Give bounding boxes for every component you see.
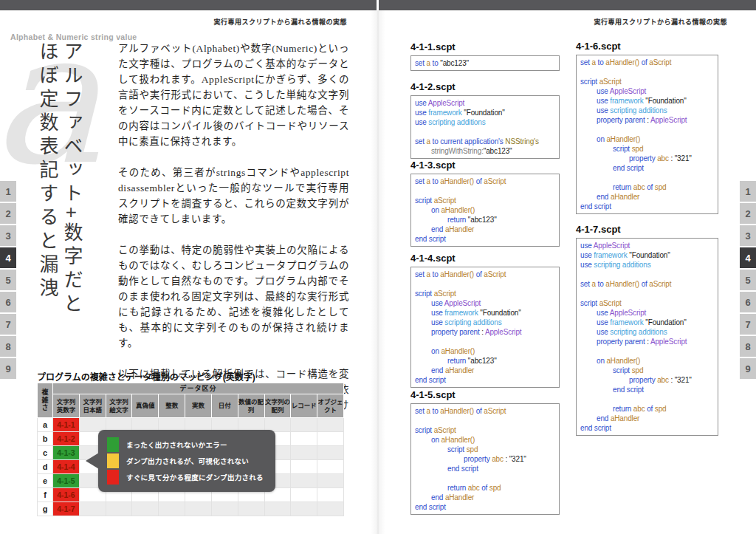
code-token: script: [580, 299, 599, 307]
table-column-header: 文字列 絵文字: [106, 394, 132, 418]
legend-item: ダンプ出力されるが、可視化されない: [107, 453, 267, 468]
code-token: spd: [467, 445, 478, 453]
code-token: set: [415, 177, 427, 185]
code-line: property parent : AppleScript: [580, 115, 714, 125]
code-snippet: 4-1-1.scptset a to "abc123": [410, 41, 560, 71]
code-token: set: [580, 58, 592, 66]
code-token: abc: [657, 154, 670, 162]
code-line: return "abc123": [415, 356, 555, 366]
chapter-tab-6[interactable]: 6: [0, 292, 16, 312]
code-line: on aHandler(): [415, 346, 555, 356]
code-token: aHandler(): [440, 407, 475, 415]
code-line: stringWithString:"abc123": [415, 146, 555, 156]
code-line: set a to aHandler() of aScript: [580, 279, 714, 289]
code-token: to: [433, 59, 441, 67]
code-token: use: [597, 328, 610, 336]
snippet-filename: 4-1-1.scpt: [410, 41, 560, 52]
code-token: a: [427, 407, 433, 415]
code-line: [580, 67, 714, 77]
code-line: script spd: [580, 366, 714, 375]
code-token: aScript: [484, 407, 506, 415]
code-line: return abc of spd: [580, 404, 714, 414]
legend-label: まったく出力されないかエラー: [126, 439, 227, 450]
code-snippet: 4-1-2.scptuse AppleScriptuse framework "…: [410, 81, 560, 159]
code-token: to: [433, 407, 441, 415]
empty-cell: [291, 502, 317, 516]
code-token: AppleScript: [594, 242, 630, 250]
chapter-tab-9[interactable]: 9: [740, 358, 756, 379]
code-token: set: [415, 407, 427, 415]
code-token: scripting additions: [610, 106, 667, 114]
chapter-tab-8[interactable]: 8: [740, 336, 756, 357]
code-box: use AppleScriptuse framework "Foundation…: [410, 95, 560, 159]
code-token: end: [431, 493, 445, 502]
table-column-header: 数値の配 列: [238, 394, 264, 418]
code-token: end script: [447, 465, 478, 473]
code-token: use: [597, 97, 610, 105]
legend-tooltip: まったく出力されないかエラーダンプ出力されるが、可視化されないすぐに見て分かる程…: [98, 430, 275, 492]
chapter-tab-3[interactable]: 3: [740, 225, 756, 246]
chapter-tab-7[interactable]: 7: [740, 314, 756, 335]
code-token: spd: [655, 183, 667, 191]
table-column-header: 真偽値: [132, 394, 159, 418]
empty-cell: [238, 502, 264, 516]
chapter-tab-1[interactable]: 1: [740, 181, 756, 202]
code-token: aScript: [484, 177, 506, 185]
chapter-tab-4[interactable]: 4: [0, 247, 16, 268]
chapter-tab-4[interactable]: 4: [740, 247, 756, 268]
chapter-tab-2[interactable]: 2: [740, 203, 756, 224]
code-snippet: 4-1-3.scptset a to aHandler() of aScript…: [410, 160, 560, 247]
code-token: use: [431, 309, 444, 317]
chapter-tab-5[interactable]: 5: [740, 270, 756, 290]
running-title-right: 実行専用スクリプトから漏れる情報の実態: [594, 17, 727, 27]
code-token: on: [597, 357, 606, 365]
code-token: abc: [633, 405, 647, 413]
code-token: end: [431, 225, 445, 233]
table-column-header: 日付: [211, 394, 238, 418]
empty-cell: [211, 502, 238, 516]
code-token: to: [598, 58, 606, 66]
chapter-tab-3[interactable]: 3: [0, 225, 16, 246]
code-token: use: [580, 242, 594, 250]
code-token: on: [431, 436, 441, 444]
code-token: aHandler: [445, 493, 474, 502]
code-token: framework: [610, 318, 645, 326]
code-line: use scripting additions: [415, 318, 555, 327]
code-line: use scripting additions: [580, 327, 714, 337]
chapter-tab-5[interactable]: 5: [0, 270, 16, 290]
code-token: scripting additions: [594, 261, 650, 269]
table-corner-header: 複 雑 さ: [38, 383, 53, 418]
code-token: aHandler(): [605, 58, 641, 66]
code-token: of: [476, 177, 484, 185]
code-token: aScript: [434, 290, 456, 298]
code-token: end: [431, 366, 445, 374]
code-token: a: [592, 280, 598, 288]
code-token: "321": [509, 455, 526, 463]
code-line: use framework "Foundation": [580, 96, 714, 106]
code-token: aHandler(): [606, 357, 640, 365]
code-token: "Foundation": [480, 309, 520, 317]
code-token: property: [629, 154, 657, 162]
code-token: abc: [633, 183, 647, 191]
code-token: "abc123": [440, 59, 469, 67]
chapter-tab-2[interactable]: 2: [0, 203, 16, 224]
chapter-tab-6[interactable]: 6: [740, 292, 756, 312]
code-token: of: [481, 484, 489, 492]
chapter-tab-8[interactable]: 8: [0, 336, 16, 357]
code-token: parent: [459, 328, 481, 336]
code-token: "321": [675, 154, 692, 162]
code-line: end script: [580, 423, 714, 433]
code-token: aHandler(): [606, 135, 640, 143]
table-column-header: オブジェ クト: [317, 394, 344, 418]
code-line: use framework "Foundation": [415, 108, 555, 117]
table-column-row: 文字列 英数字文字列 日本語文字列 絵文字真偽値整数実数日付数値の配 列文字列の…: [38, 394, 344, 418]
table-group-header: データ区分: [53, 383, 344, 394]
chapter-tab-7[interactable]: 7: [0, 314, 16, 335]
code-token: "abc123": [468, 357, 497, 365]
code-token: property: [597, 116, 625, 124]
code-token: aScript: [434, 426, 456, 434]
code-token: AppleScript: [610, 87, 647, 95]
code-token: of: [642, 58, 650, 66]
code-token: use: [597, 318, 610, 326]
chapter-tab-9[interactable]: 9: [0, 358, 16, 379]
